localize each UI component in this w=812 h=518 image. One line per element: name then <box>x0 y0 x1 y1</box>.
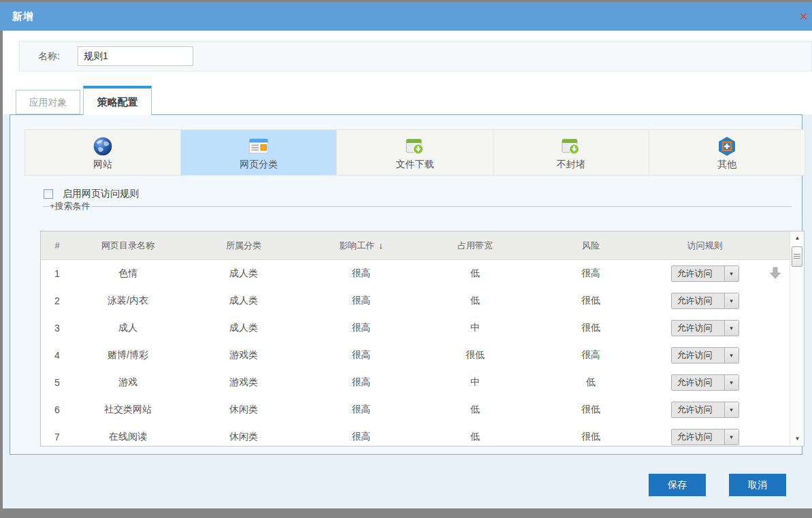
name-field-panel: 名称: <box>19 41 812 71</box>
cell-category: 游戏类 <box>182 376 305 389</box>
add-rule-dialog: 新增 ✕ 名称: 应用对象 策略配置 <box>0 0 812 518</box>
cell-name: 游戏 <box>74 376 182 389</box>
cell-risk: 很高 <box>533 349 649 361</box>
cell-risk: 很低 <box>533 431 649 443</box>
scrollbar-up-icon[interactable]: ▲ <box>790 231 805 245</box>
table-row: 2 泳装/内衣 成人类 很高 低 很低 允许访问▾ <box>41 287 790 314</box>
cell-name: 色情 <box>74 268 182 280</box>
search-conditions-legend[interactable]: +搜索条件 <box>49 200 91 212</box>
cell-work-impact: 很高 <box>305 295 417 307</box>
cell-category: 成人类 <box>182 295 305 307</box>
cell-category: 成人类 <box>182 322 305 334</box>
cell-name: 在线阅读 <box>74 431 182 443</box>
dropdown-arrow-icon[interactable]: ▾ <box>724 375 738 390</box>
access-rule-dropdown[interactable]: 允许访问▾ <box>671 374 739 391</box>
cell-index: 2 <box>41 295 74 306</box>
toolbar-item-label: 网页分类 <box>240 159 278 171</box>
dropdown-arrow-icon[interactable]: ▾ <box>724 321 738 336</box>
cell-work-impact: 很高 <box>305 404 417 416</box>
access-rule-dropdown[interactable]: 允许访问▾ <box>671 347 739 363</box>
access-rule-dropdown[interactable]: 允许访问▾ <box>671 265 739 282</box>
category-rules-table: # 网页目录名称 所属分类 影响工作↓ 占用带宽 风险 访问规则 1 色情 成人… <box>40 231 805 447</box>
cell-name: 社交类网站 <box>74 404 182 416</box>
cell-category: 休闲类 <box>182 404 305 416</box>
name-label: 名称: <box>38 42 60 71</box>
column-header-category[interactable]: 所属分类 <box>182 240 305 252</box>
cell-bandwidth: 很低 <box>417 349 533 361</box>
access-rule-dropdown[interactable]: 允许访问▾ <box>671 402 739 418</box>
dropdown-arrow-icon[interactable]: ▾ <box>724 430 738 444</box>
table-row: 5 游戏 游戏类 很高 中 低 允许访问▾ <box>41 369 790 396</box>
dropdown-arrow-icon[interactable]: ▾ <box>724 293 738 308</box>
cancel-button[interactable]: 取消 <box>729 474 786 496</box>
access-rule-value: 允许访问 <box>672 321 724 336</box>
cell-index: 7 <box>41 432 74 442</box>
cell-index: 4 <box>41 350 74 361</box>
scrollbar-thumb[interactable] <box>792 246 802 267</box>
cell-risk: 低 <box>533 376 649 389</box>
table-scrollbar[interactable]: ▲ ▼ <box>790 231 804 446</box>
access-rule-dropdown[interactable]: 允许访问▾ <box>671 293 739 309</box>
tab-apply-object[interactable]: 应用对象 <box>16 90 80 114</box>
dropdown-arrow-icon[interactable]: ▾ <box>724 266 738 281</box>
cell-bandwidth: 中 <box>417 322 533 334</box>
cell-index: 5 <box>41 377 74 388</box>
access-rule-value: 允许访问 <box>672 375 724 390</box>
policy-config-panel: 网站 网页分类 <box>10 114 802 455</box>
toolbar-item-webpage-category[interactable]: 网页分类 <box>180 130 336 175</box>
cell-index: 3 <box>41 323 74 334</box>
cell-work-impact: 很高 <box>305 376 417 389</box>
table-row: 7 在线阅读 休闲类 很高 低 很低 允许访问▾ <box>41 423 790 447</box>
column-header-access-rule[interactable]: 访问规则 <box>649 240 761 252</box>
column-header-risk[interactable]: 风险 <box>533 240 649 252</box>
save-button[interactable]: 保存 <box>649 474 706 496</box>
policy-type-toolbar: 网站 网页分类 <box>25 129 805 176</box>
access-rule-dropdown[interactable]: 允许访问▾ <box>671 320 739 336</box>
cell-bandwidth: 中 <box>417 376 533 389</box>
column-header-index[interactable]: # <box>41 240 74 250</box>
cell-risk: 很低 <box>533 322 649 334</box>
rule-name-input[interactable] <box>78 46 193 66</box>
dialog-left-edge <box>0 31 3 508</box>
close-icon[interactable]: ✕ <box>797 10 811 24</box>
cell-bandwidth: 低 <box>417 404 533 416</box>
table-header-row: # 网页目录名称 所属分类 影响工作↓ 占用带宽 风险 访问规则 <box>41 231 790 260</box>
no-block-icon <box>561 135 581 157</box>
globe-icon <box>93 135 113 157</box>
cell-bandwidth: 低 <box>417 431 533 443</box>
access-rule-value: 允许访问 <box>672 402 724 417</box>
column-header-work-impact[interactable]: 影响工作↓ <box>305 240 417 252</box>
cell-bandwidth: 低 <box>417 295 533 307</box>
enable-rule-row: 启用网页访问规则 <box>44 188 139 200</box>
enable-web-access-rule-checkbox[interactable] <box>44 189 53 199</box>
enable-rule-label: 启用网页访问规则 <box>63 188 139 200</box>
toolbar-item-website[interactable]: 网站 <box>25 130 180 175</box>
table-content: # 网页目录名称 所属分类 影响工作↓ 占用带宽 风险 访问规则 1 色情 成人… <box>41 231 790 447</box>
scrollbar-grip <box>794 254 800 259</box>
toolbar-item-label: 其他 <box>717 159 736 171</box>
cell-category: 休闲类 <box>182 431 305 443</box>
cell-risk: 很低 <box>533 295 649 307</box>
column-header-name[interactable]: 网页目录名称 <box>74 240 182 252</box>
other-hexagon-icon <box>717 135 736 157</box>
toolbar-item-no-block[interactable]: 不封堵 <box>493 130 649 175</box>
toolbar-item-file-download[interactable]: 文件下载 <box>336 130 492 175</box>
table-row: 1 色情 成人类 很高 低 很高 允许访问▾ <box>41 260 790 287</box>
cell-risk: 很高 <box>533 268 649 280</box>
cell-name: 赌博/博彩 <box>74 349 182 361</box>
access-rule-value: 允许访问 <box>672 430 724 444</box>
column-header-label: 影响工作 <box>339 240 374 250</box>
toolbar-item-label: 文件下载 <box>396 159 434 171</box>
column-header-bandwidth[interactable]: 占用带宽 <box>417 240 533 252</box>
tab-policy-config[interactable]: 策略配置 <box>83 86 152 115</box>
dropdown-arrow-icon[interactable]: ▾ <box>724 402 738 417</box>
file-download-icon <box>405 135 425 157</box>
dialog-titlebar: 新增 ✕ <box>0 2 812 31</box>
scrollbar-down-icon[interactable]: ▼ <box>790 432 805 446</box>
access-rule-dropdown[interactable]: 允许访问▾ <box>671 429 739 445</box>
dropdown-arrow-icon[interactable]: ▾ <box>724 348 738 363</box>
cell-category: 成人类 <box>182 268 305 280</box>
webpage-category-icon <box>248 135 269 157</box>
toolbar-item-other[interactable]: 其他 <box>649 130 805 175</box>
dialog-bottom-edge <box>0 508 812 518</box>
